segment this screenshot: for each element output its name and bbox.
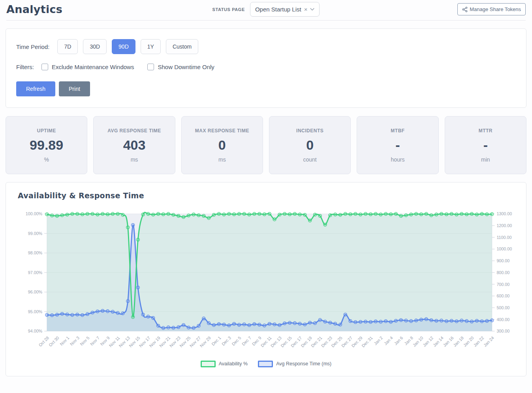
show-downtime-checkbox-row[interactable]: Show Downtime Only <box>147 64 214 70</box>
analytics-page: Analytics STATUS PAGE Open Startup List … <box>0 0 532 376</box>
availability-response-chart: 100.00%99.00%98.00%97.00%96.00%95.00%94.… <box>12 206 520 360</box>
clear-selection-icon[interactable]: × <box>304 6 308 12</box>
legend-label: Availability % <box>219 361 248 367</box>
right-axis-tick: 300.00 <box>496 329 509 333</box>
stat-value: 99.89 <box>30 138 63 152</box>
legend-swatch <box>258 361 273 367</box>
stat-label: MTBF <box>391 128 404 134</box>
chevron-down-icon <box>310 8 314 11</box>
x-axis-tick: Dec 13 <box>270 335 283 348</box>
time-period-button-30d[interactable]: 30D <box>83 39 107 54</box>
exclude-maintenance-checkbox[interactable] <box>41 64 48 70</box>
x-axis-tick: Dec 27 <box>340 335 353 348</box>
filter-actions: Refresh Print <box>16 81 516 96</box>
x-axis-tick: Jan 12 <box>422 335 434 348</box>
right-axis-tick: 900.00 <box>496 258 509 263</box>
left-axis-tick: 96.00% <box>28 290 43 294</box>
x-axis-tick: Dec 31 <box>361 335 374 348</box>
right-axis-tick: 1100.00 <box>496 235 511 240</box>
chart-legend: Availability %Avg Response Time (ms) <box>12 361 520 370</box>
x-axis-tick: Dec 17 <box>290 335 303 348</box>
x-axis-tick: Nov 5 <box>79 335 90 346</box>
time-period-button-7d[interactable]: 7D <box>57 39 78 54</box>
show-downtime-label: Show Downtime Only <box>158 64 214 70</box>
right-axis-tick: 700.00 <box>496 282 509 287</box>
x-axis-tick: Nov 25 <box>179 335 192 348</box>
stat-unit: % <box>44 156 49 163</box>
stat-unit: count <box>303 156 317 163</box>
stat-card-mttr: MTTR - min <box>445 116 526 174</box>
x-axis-tick: Jan 16 <box>442 335 454 348</box>
left-axis-tick: 95.00% <box>28 309 43 314</box>
x-axis-tick: Jan 10 <box>412 335 424 348</box>
time-period-button-90d[interactable]: 90D <box>112 39 135 54</box>
filters-label: Filters: <box>16 64 34 70</box>
left-axis-tick: 94.00% <box>28 329 43 333</box>
x-axis-tick: Jan 18 <box>452 335 464 348</box>
refresh-button[interactable]: Refresh <box>16 81 55 96</box>
print-button[interactable]: Print <box>59 81 90 96</box>
stat-card-avg-response: AVG RESPONSE TIME 403 ms <box>93 116 175 174</box>
x-axis-tick: Jan 22 <box>472 335 485 348</box>
right-axis-tick: 1200.00 <box>496 223 512 228</box>
x-axis-tick: Oct 30 <box>48 335 60 348</box>
legend-label: Avg Response Time (ms) <box>276 361 331 367</box>
stat-value: - <box>483 138 488 152</box>
time-period-row: Time Period: 7D 30D 90D 1Y Custom <box>16 39 516 54</box>
x-axis-tick: Nov 29 <box>199 335 212 348</box>
x-axis-tick: Dec 5 <box>231 335 242 346</box>
stat-label: AVG RESPONSE TIME <box>107 128 161 134</box>
page-header: Analytics STATUS PAGE Open Startup List … <box>0 0 532 20</box>
stat-label: UPTIME <box>37 128 56 134</box>
x-axis-tick: Dec 21 <box>310 335 323 348</box>
left-axis-tick: 100.00% <box>26 211 43 216</box>
stat-unit: ms <box>131 156 138 163</box>
x-axis-tick: Nov 17 <box>138 335 151 348</box>
x-axis-tick: Dec 3 <box>221 335 232 346</box>
stat-card-max-response: MAX RESPONSE TIME 0 ms <box>181 116 263 174</box>
stat-label: INCIDENTS <box>296 128 323 134</box>
x-axis-tick: Jan 4 <box>383 335 394 346</box>
manage-share-tokens-label: Manage Share Tokens <box>470 6 521 12</box>
x-axis-tick: Nov 1 <box>59 335 70 346</box>
chart-panel: Availability & Response Time 100.00%99.0… <box>6 182 526 376</box>
x-axis-tick: Jan 2 <box>373 335 383 346</box>
exclude-maintenance-checkbox-row[interactable]: Exclude Maintenance Windows <box>41 64 134 70</box>
x-axis-tick: Nov 15 <box>128 335 141 348</box>
right-axis-tick: 800.00 <box>496 270 509 275</box>
show-downtime-checkbox[interactable] <box>147 64 154 70</box>
left-axis-tick: 99.00% <box>28 231 43 236</box>
share-icon <box>462 7 468 12</box>
status-page-group: STATUS PAGE Open Startup List × <box>212 2 320 17</box>
stat-unit: min <box>481 156 490 163</box>
time-period-button-1y[interactable]: 1Y <box>141 39 161 54</box>
right-axis-tick: 1000.00 <box>496 246 512 251</box>
stat-card-incidents: INCIDENTS 0 count <box>269 116 351 174</box>
stat-card-mtbf: MTBF - hours <box>357 116 438 174</box>
x-axis-tick: Dec 25 <box>330 335 343 348</box>
stat-label: MTTR <box>479 128 493 134</box>
stat-value: - <box>395 138 400 152</box>
x-axis-tick: Dec 19 <box>300 335 313 348</box>
time-period-button-custom[interactable]: Custom <box>166 39 198 54</box>
legend-item-avg-response-time-ms-[interactable]: Avg Response Time (ms) <box>258 361 331 367</box>
x-axis-tick: Jan 6 <box>393 335 404 346</box>
status-page-select[interactable]: Open Startup List × <box>250 2 320 17</box>
legend-item-availability-[interactable]: Availability % <box>201 361 248 367</box>
status-page-label: STATUS PAGE <box>212 7 245 12</box>
x-axis-tick: Dec 1 <box>211 335 222 346</box>
right-axis-tick: 500.00 <box>496 305 509 310</box>
stat-value: 0 <box>218 138 226 152</box>
time-period-label: Time Period: <box>16 43 49 50</box>
manage-share-tokens-button[interactable]: Manage Share Tokens <box>457 3 526 15</box>
x-axis-tick: Nov 3 <box>69 335 80 346</box>
x-axis-tick: Dec 7 <box>241 335 252 346</box>
right-axis-tick: 1300.00 <box>496 211 512 216</box>
x-axis-tick: Jan 20 <box>462 335 474 348</box>
x-axis-tick: Nov 23 <box>169 335 182 348</box>
legend-swatch <box>201 361 216 367</box>
right-axis-tick: 600.00 <box>496 293 509 298</box>
chart-title: Availability & Response Time <box>18 191 520 200</box>
stat-label: MAX RESPONSE TIME <box>195 128 249 134</box>
stat-unit: hours <box>391 156 404 163</box>
